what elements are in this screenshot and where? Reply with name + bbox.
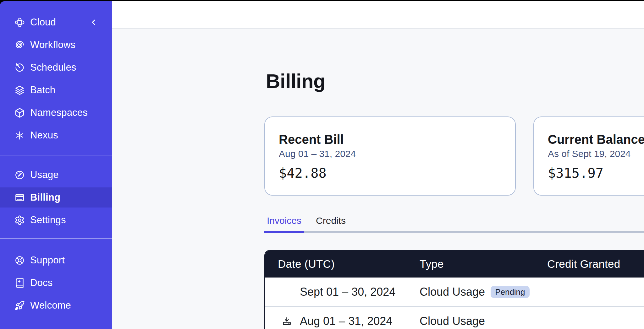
tab-invoices[interactable]: Invoices	[264, 212, 304, 233]
card-subtitle: Aug 01 – 31, 2024	[279, 148, 501, 160]
status-badge: Pending	[491, 286, 529, 298]
sidebar-item-label: Cloud	[30, 17, 56, 28]
credit-card-icon	[14, 192, 25, 203]
card-amount: $42.88	[279, 165, 501, 181]
card-amount: $315.97	[548, 165, 644, 181]
sidebar-item-welcome[interactable]: Welcome	[0, 295, 112, 316]
card-subtitle: As of Sept 19, 2024	[548, 148, 644, 160]
cube-icon	[14, 108, 25, 118]
icon-placeholder	[282, 287, 292, 297]
rocket-icon	[14, 300, 25, 311]
table-header-row: Date (UTC) Type Credit Granted	[265, 251, 644, 278]
summary-cards: Recent Bill Aug 01 – 31, 2024 $42.88 Cur…	[264, 116, 644, 196]
billing-tabs: Invoices Credits	[264, 212, 644, 233]
spiral-icon	[14, 40, 25, 50]
sidebar-divider	[0, 238, 112, 239]
sidebar-item-workflows[interactable]: Workflows	[0, 35, 112, 55]
invoice-date: Sept 01 – 30, 2024	[300, 285, 395, 299]
asterisk-icon	[14, 130, 25, 141]
invoice-type: Cloud Usage	[420, 285, 485, 299]
card-title: Current Balance	[548, 131, 644, 148]
sidebar-item-label: Namespaces	[30, 107, 88, 118]
sidebar-item-label: Support	[30, 255, 65, 266]
invoice-date: Aug 01 – 31, 2024	[300, 315, 392, 328]
sidebar-item-label: Batch	[30, 84, 55, 96]
book-sparkle-icon	[14, 278, 25, 288]
column-header-date: Date (UTC)	[265, 258, 420, 270]
sidebar-item-label: Usage	[30, 169, 59, 181]
sidebar-item-nexus[interactable]: Nexus	[0, 125, 112, 145]
sidebar-item-label: Docs	[30, 277, 52, 289]
current-balance-card: Current Balance As of Sept 19, 2024 $315…	[533, 116, 644, 196]
gauge-icon	[14, 170, 25, 180]
sidebar-item-label: Welcome	[30, 300, 71, 311]
download-icon[interactable]	[282, 316, 292, 326]
sidebar-item-batch[interactable]: Batch	[0, 80, 112, 100]
life-buoy-icon	[14, 255, 25, 266]
chevron-left-icon[interactable]	[90, 18, 97, 27]
tab-credits[interactable]: Credits	[313, 212, 348, 233]
page-title: Billing	[266, 68, 644, 94]
card-title: Recent Bill	[279, 131, 501, 148]
top-bar	[112, 1, 644, 29]
sidebar-item-billing[interactable]: Billing	[0, 187, 112, 208]
billing-content: Billing Recent Bill Aug 01 – 31, 2024 $4…	[112, 68, 644, 329]
sidebar-item-label: Workflows	[30, 39, 75, 51]
gear-icon	[14, 215, 25, 225]
layers-icon	[14, 85, 25, 95]
recent-bill-card: Recent Bill Aug 01 – 31, 2024 $42.88	[264, 116, 516, 196]
sidebar-divider	[0, 155, 112, 155]
sidebar-item-support[interactable]: Support	[0, 250, 112, 270]
column-header-type: Type	[420, 258, 547, 270]
invoices-table: Date (UTC) Type Credit Granted Sept 01 –…	[264, 250, 644, 329]
sidebar-item-settings[interactable]: Settings	[0, 210, 112, 230]
sidebar-item-label: Billing	[30, 192, 60, 203]
sidebar-item-schedules[interactable]: Schedules	[0, 57, 112, 78]
sidebar-item-label: Schedules	[30, 62, 76, 73]
cloud-orbit-icon	[14, 17, 25, 28]
sidebar: Cloud Workflows Schedules	[0, 1, 112, 329]
table-row[interactable]: Sept 01 – 30, 2024 Cloud Usage Pending	[265, 278, 644, 306]
sidebar-item-label: Nexus	[30, 130, 58, 141]
main-area: Billing Recent Bill Aug 01 – 31, 2024 $4…	[112, 1, 644, 329]
invoice-type: Cloud Usage	[420, 315, 485, 328]
column-header-credit: Credit Granted	[547, 258, 644, 270]
sidebar-item-usage[interactable]: Usage	[0, 165, 112, 185]
clock-history-icon	[14, 62, 25, 73]
table-row[interactable]: Aug 01 – 31, 2024 Cloud Usage	[265, 306, 644, 329]
sidebar-item-namespaces[interactable]: Namespaces	[0, 103, 112, 123]
sidebar-item-label: Settings	[30, 214, 66, 226]
sidebar-item-cloud[interactable]: Cloud	[0, 12, 112, 32]
sidebar-item-docs[interactable]: Docs	[0, 273, 112, 293]
